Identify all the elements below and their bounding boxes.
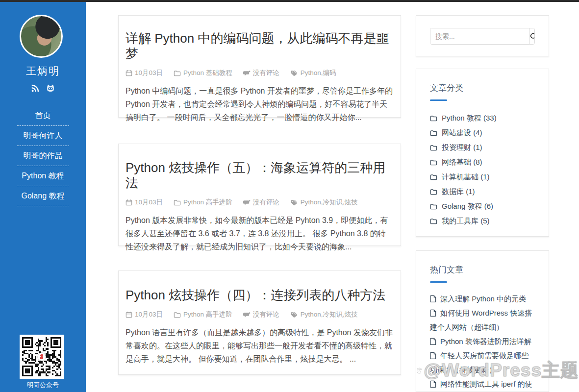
category-label: 投资理财 (1) <box>442 143 482 152</box>
category-item[interactable]: 我的工具库 (5) <box>430 214 535 228</box>
post-date-text: 10月03日 <box>135 310 163 319</box>
title-underline <box>430 281 447 283</box>
search-button[interactable] <box>529 28 535 44</box>
folder-icon <box>430 218 437 225</box>
category-label: Python 教程 (33) <box>442 114 497 123</box>
post-tags-text: Python,冷知识,炫技 <box>301 198 358 207</box>
post-category-text: Python 高手进阶 <box>183 310 232 319</box>
avatar <box>20 15 63 58</box>
post-date-text: 10月03日 <box>135 198 163 207</box>
post-comments[interactable]: 没有评论 <box>243 69 279 77</box>
post-date-text: 10月03日 <box>135 69 163 77</box>
hot-post-label: 网络性能测试工具 iperf 的使用 <box>430 380 532 392</box>
post-card: Python 炫技操作（五）：海象运算符的三种用法 10月03日 Python … <box>118 144 401 246</box>
hot-posts-title: 热门文章 <box>430 264 535 275</box>
hot-post-label: 年轻人买房前需要做足哪些功课？（持续更新） <box>430 351 529 374</box>
document-icon <box>430 295 436 302</box>
categories-widget: 文章分类 Python 教程 (33) 网站建设 (4) 投资理财 (1) 网络… <box>416 69 549 237</box>
post-meta: 10月03日 Python 高手进阶 没有评论 Python,冷知识,炫技 <box>126 310 393 319</box>
calendar-icon <box>126 70 132 76</box>
hot-post-item[interactable]: 如何使用 WordPress 快速搭建个人网站（超详细） <box>430 306 535 334</box>
post-tags[interactable]: Python,编码 <box>290 69 336 77</box>
sidebar-nav-item[interactable]: Python 教程 <box>17 166 69 186</box>
post-excerpt: Python 中编码问题，一直是很多 Python 开发者的噩梦，尽管你是工作多… <box>126 84 393 124</box>
document-icon <box>430 338 436 345</box>
hot-post-item[interactable]: 年轻人买房前需要做足哪些功课？（持续更新） <box>430 348 535 377</box>
post-tags[interactable]: Python,冷知识,炫技 <box>290 198 358 207</box>
category-item[interactable]: Python 教程 (33) <box>430 111 535 125</box>
hot-post-item[interactable]: Python 装饰器进阶用法详解 <box>430 334 535 348</box>
top-border-bar <box>0 0 579 2</box>
category-list: Python 教程 (33) 网站建设 (4) 投资理财 (1) 网络基础 (8… <box>430 111 535 228</box>
folder-icon <box>174 70 181 77</box>
category-item[interactable]: 网络基础 (8) <box>430 155 535 170</box>
post-comments[interactable]: 没有评论 <box>243 198 279 207</box>
category-label: 网络基础 (8) <box>442 158 482 167</box>
qr-label: 明哥公众号 <box>0 381 86 390</box>
post-category-text: Python 高手进阶 <box>183 198 232 207</box>
nav-item-label: 明哥何许人 <box>24 131 63 140</box>
calendar-icon <box>126 199 132 206</box>
post-comments-text: 没有评论 <box>253 310 279 319</box>
social-links <box>0 83 86 93</box>
folder-icon <box>430 203 437 210</box>
folder-icon <box>174 199 181 206</box>
nav-item-label: Python 教程 <box>22 172 64 180</box>
qr-code <box>20 335 64 379</box>
post-category[interactable]: Python 高手进阶 <box>174 198 232 207</box>
tag-icon <box>290 199 298 206</box>
post-excerpt: Python 版本发展非常快，如今最新的版本已经是 Pyhton 3.9，即便如… <box>126 214 393 253</box>
post-comments-text: 没有评论 <box>253 69 279 77</box>
post-meta: 10月03日 Python 高手进阶 没有评论 Python,冷知识,炫技 <box>126 198 393 207</box>
sidebar-nav-item[interactable]: 明哥何许人 <box>17 126 69 146</box>
rss-icon[interactable] <box>31 84 40 93</box>
search-input[interactable] <box>430 28 529 44</box>
sidebar-nav-item[interactable]: 首页 <box>17 106 69 126</box>
tag-icon <box>290 70 298 77</box>
post-meta: 10月03日 Python 基础教程 没有评论 Python,编码 <box>126 69 393 77</box>
post-date: 10月03日 <box>126 310 163 319</box>
hot-post-label: 深入理解 Python 中的元类 <box>440 294 526 303</box>
post-title[interactable]: 详解 Python 中的编码问题，从此编码不再是噩梦 <box>126 31 393 61</box>
sidebar-nav-item[interactable]: Golang 教程 <box>17 186 69 206</box>
post-comments[interactable]: 没有评论 <box>243 310 279 319</box>
category-label: 数据库 (1) <box>442 187 475 196</box>
post-category-text: Python 基础教程 <box>183 69 232 77</box>
post-tags[interactable]: Python,冷知识,炫技 <box>290 310 358 319</box>
post-excerpt: Python 语言里有许多（而且是越来越多）的高级特性，是 Python 发烧友… <box>126 326 393 366</box>
search-icon <box>529 32 535 41</box>
category-item[interactable]: 投资理财 (1) <box>430 140 535 155</box>
hot-post-label: Python 装饰器进阶用法详解 <box>440 337 531 345</box>
comment-icon <box>243 70 251 77</box>
calendar-icon <box>126 311 132 318</box>
post-date: 10月03日 <box>126 198 163 207</box>
hot-posts-widget: 热门文章 深入理解 Python 中的元类 如何使用 WordPress 快速搭… <box>416 250 549 392</box>
category-label: 网站建设 (4) <box>442 128 482 138</box>
post-tags-text: Python,冷知识,炫技 <box>301 310 358 319</box>
post-category[interactable]: Python 基础教程 <box>174 69 232 77</box>
post-category[interactable]: Python 高手进阶 <box>174 310 232 319</box>
category-item[interactable]: 数据库 (1) <box>430 184 535 199</box>
document-icon <box>430 309 436 317</box>
post-comments-text: 没有评论 <box>253 198 279 207</box>
category-label: Golang 教程 (6) <box>442 202 493 211</box>
folder-icon <box>430 188 437 196</box>
nav-item-label: 明哥的作品 <box>24 151 63 160</box>
folder-icon <box>430 159 437 166</box>
comment-icon <box>243 311 251 318</box>
category-item[interactable]: 网站建设 (4) <box>430 125 535 140</box>
sidebar-nav: 首页 明哥何许人 明哥的作品 Python 教程 Golang 教程 <box>0 106 86 206</box>
hot-post-item[interactable]: 深入理解 Python 中的元类 <box>430 292 535 306</box>
post-title[interactable]: Python 炫技操作（四）：连接列表的八种方法 <box>126 288 393 303</box>
category-label: 计算机基础 (1) <box>442 172 490 182</box>
tag-icon <box>290 311 298 318</box>
post-tags-text: Python,编码 <box>301 69 336 77</box>
category-item[interactable]: Golang 教程 (6) <box>430 199 535 214</box>
post-title[interactable]: Python 炫技操作（五）：海象运算符的三种用法 <box>126 160 393 191</box>
category-item[interactable]: 计算机基础 (1) <box>430 170 535 184</box>
hot-post-item[interactable]: 网络性能测试工具 iperf 的使用 <box>430 377 535 392</box>
hot-post-list: 深入理解 Python 中的元类 如何使用 WordPress 快速搭建个人网站… <box>430 292 535 392</box>
search-widget <box>416 15 549 56</box>
sidebar-nav-item[interactable]: 明哥的作品 <box>17 146 69 166</box>
github-icon[interactable] <box>46 83 55 93</box>
